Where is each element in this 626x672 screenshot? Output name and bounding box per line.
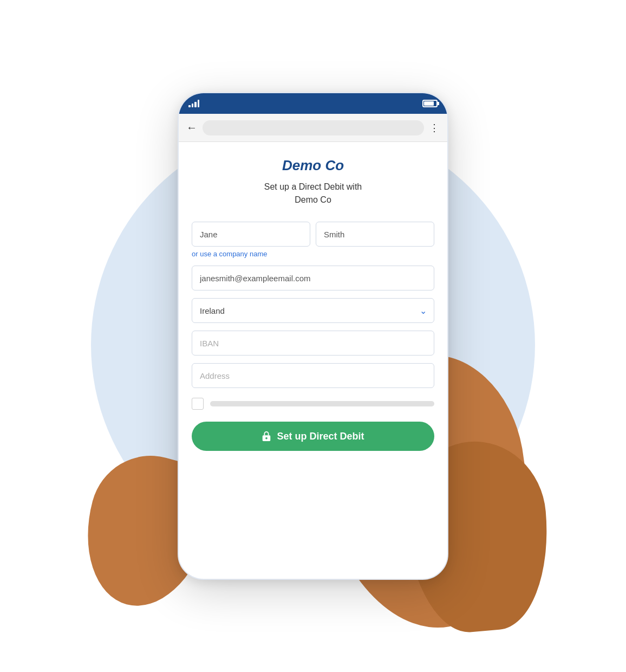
terms-checkbox-row	[192, 398, 434, 410]
status-bar	[179, 93, 447, 114]
back-button[interactable]: ←	[186, 121, 197, 134]
address-input[interactable]	[192, 363, 434, 388]
page-subtitle: Set up a Direct Debit with Demo Co	[264, 180, 362, 206]
page-content: Demo Co Set up a Direct Debit with Demo …	[179, 142, 447, 580]
signal-bar-2	[192, 104, 194, 107]
phone-frame: ← ⋮ Demo Co Set up a Direct Debit with D…	[178, 92, 448, 580]
company-name-link[interactable]: or use a company name	[192, 250, 434, 258]
signal-icon	[188, 100, 199, 107]
signal-bar-4	[198, 100, 200, 107]
terms-label-placeholder	[210, 401, 434, 406]
submit-button[interactable]: Set up Direct Debit	[192, 422, 434, 451]
first-name-input[interactable]	[192, 222, 310, 247]
battery-icon	[422, 100, 438, 107]
country-select-wrapper: Ireland United Kingdom France Germany ⌄	[192, 298, 434, 323]
country-select[interactable]: Ireland United Kingdom France Germany	[192, 298, 434, 323]
terms-checkbox[interactable]	[192, 398, 204, 410]
name-row	[192, 222, 434, 247]
email-input[interactable]	[192, 266, 434, 290]
signal-bar-3	[194, 102, 197, 107]
phone-wrapper: ← ⋮ Demo Co Set up a Direct Debit with D…	[178, 92, 448, 580]
lock-icon	[262, 431, 271, 442]
svg-point-1	[266, 437, 268, 440]
browser-menu-button[interactable]: ⋮	[429, 122, 440, 134]
browser-bar: ← ⋮	[179, 114, 447, 142]
signal-bar-1	[188, 105, 191, 107]
address-bar[interactable]	[203, 120, 424, 135]
company-title: Demo Co	[282, 157, 344, 174]
iban-input[interactable]	[192, 331, 434, 356]
last-name-input[interactable]	[316, 222, 434, 247]
direct-debit-form: or use a company name Ireland United Kin…	[192, 222, 434, 451]
submit-button-label: Set up Direct Debit	[277, 431, 364, 442]
